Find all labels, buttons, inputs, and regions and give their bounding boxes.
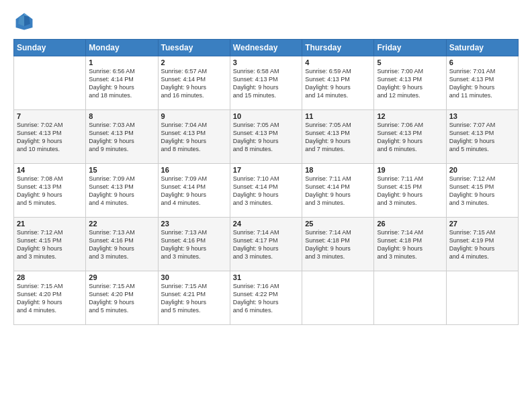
day-info: Sunrise: 7:15 AM Sunset: 4:20 PM Dayligh…: [17, 282, 83, 315]
calendar-cell: 17Sunrise: 7:10 AM Sunset: 4:14 PM Dayli…: [230, 164, 302, 218]
day-number: 4: [305, 58, 371, 66]
calendar-week-row: 7Sunrise: 7:02 AM Sunset: 4:13 PM Daylig…: [14, 110, 519, 164]
calendar-cell: 28Sunrise: 7:15 AM Sunset: 4:20 PM Dayli…: [14, 271, 86, 325]
calendar-cell: 3Sunrise: 6:58 AM Sunset: 4:13 PM Daylig…: [230, 56, 302, 110]
calendar-cell: 4Sunrise: 6:59 AM Sunset: 4:13 PM Daylig…: [302, 56, 374, 110]
calendar-cell: 29Sunrise: 7:15 AM Sunset: 4:20 PM Dayli…: [86, 271, 158, 325]
calendar-day-header: Thursday: [302, 40, 374, 56]
calendar-cell: 19Sunrise: 7:11 AM Sunset: 4:15 PM Dayli…: [374, 164, 446, 218]
day-number: 1: [89, 58, 154, 66]
day-number: 22: [89, 220, 154, 228]
day-info: Sunrise: 7:00 AM Sunset: 4:13 PM Dayligh…: [377, 67, 443, 100]
day-number: 2: [161, 58, 227, 66]
day-number: 31: [233, 273, 299, 281]
calendar-cell: 31Sunrise: 7:16 AM Sunset: 4:22 PM Dayli…: [230, 271, 302, 325]
calendar-cell: 15Sunrise: 7:09 AM Sunset: 4:13 PM Dayli…: [86, 164, 158, 218]
day-number: 16: [161, 166, 227, 174]
calendar-cell: 24Sunrise: 7:14 AM Sunset: 4:17 PM Dayli…: [230, 218, 302, 271]
calendar-cell: 14Sunrise: 7:08 AM Sunset: 4:13 PM Dayli…: [14, 164, 86, 218]
calendar-cell: 30Sunrise: 7:15 AM Sunset: 4:21 PM Dayli…: [158, 271, 230, 325]
day-info: Sunrise: 7:15 AM Sunset: 4:21 PM Dayligh…: [161, 282, 227, 315]
day-number: 11: [305, 112, 371, 120]
calendar-week-row: 1Sunrise: 6:56 AM Sunset: 4:14 PM Daylig…: [14, 56, 519, 110]
calendar-cell: 18Sunrise: 7:11 AM Sunset: 4:14 PM Dayli…: [302, 164, 374, 218]
day-info: Sunrise: 7:12 AM Sunset: 4:15 PM Dayligh…: [17, 228, 83, 261]
calendar-cell: 9Sunrise: 7:04 AM Sunset: 4:13 PM Daylig…: [158, 110, 230, 164]
calendar-cell: 25Sunrise: 7:14 AM Sunset: 4:18 PM Dayli…: [302, 218, 374, 271]
calendar-cell: 7Sunrise: 7:02 AM Sunset: 4:13 PM Daylig…: [14, 110, 86, 164]
calendar-cell: 10Sunrise: 7:05 AM Sunset: 4:13 PM Dayli…: [230, 110, 302, 164]
day-number: 24: [233, 220, 299, 228]
day-number: 20: [449, 166, 515, 174]
day-number: 12: [377, 112, 443, 120]
logo-icon: [13, 11, 35, 32]
calendar-cell: 6Sunrise: 7:01 AM Sunset: 4:13 PM Daylig…: [446, 56, 518, 110]
day-number: 15: [89, 166, 154, 174]
calendar-cell: 2Sunrise: 6:57 AM Sunset: 4:14 PM Daylig…: [158, 56, 230, 110]
calendar-cell: 12Sunrise: 7:06 AM Sunset: 4:13 PM Dayli…: [374, 110, 446, 164]
day-number: 29: [89, 273, 154, 281]
day-number: 3: [233, 58, 299, 66]
day-info: Sunrise: 7:15 AM Sunset: 4:19 PM Dayligh…: [449, 228, 515, 261]
day-number: 5: [377, 58, 443, 66]
day-info: Sunrise: 7:14 AM Sunset: 4:18 PM Dayligh…: [377, 228, 443, 261]
day-info: Sunrise: 7:07 AM Sunset: 4:13 PM Dayligh…: [449, 121, 515, 154]
day-number: 6: [449, 58, 515, 66]
logo: [13, 11, 38, 32]
day-info: Sunrise: 7:10 AM Sunset: 4:14 PM Dayligh…: [233, 175, 299, 208]
day-info: Sunrise: 7:15 AM Sunset: 4:20 PM Dayligh…: [89, 282, 154, 315]
day-info: Sunrise: 7:01 AM Sunset: 4:13 PM Dayligh…: [449, 67, 515, 100]
day-info: Sunrise: 7:11 AM Sunset: 4:15 PM Dayligh…: [377, 175, 443, 208]
calendar-table: SundayMondayTuesdayWednesdayThursdayFrid…: [13, 39, 519, 325]
calendar-cell: 26Sunrise: 7:14 AM Sunset: 4:18 PM Dayli…: [374, 218, 446, 271]
calendar-cell: 8Sunrise: 7:03 AM Sunset: 4:13 PM Daylig…: [86, 110, 158, 164]
day-number: 28: [17, 273, 83, 281]
day-number: 14: [17, 166, 83, 174]
day-number: 10: [233, 112, 299, 120]
day-info: Sunrise: 7:05 AM Sunset: 4:13 PM Dayligh…: [233, 121, 299, 154]
calendar-week-row: 28Sunrise: 7:15 AM Sunset: 4:20 PM Dayli…: [14, 271, 519, 325]
day-number: 27: [449, 220, 515, 228]
day-info: Sunrise: 7:11 AM Sunset: 4:14 PM Dayligh…: [305, 175, 371, 208]
day-number: 21: [17, 220, 83, 228]
calendar-day-header: Saturday: [446, 40, 518, 56]
day-info: Sunrise: 7:16 AM Sunset: 4:22 PM Dayligh…: [233, 282, 299, 315]
day-number: 8: [89, 112, 154, 120]
calendar-cell: 1Sunrise: 6:56 AM Sunset: 4:14 PM Daylig…: [86, 56, 158, 110]
day-info: Sunrise: 7:05 AM Sunset: 4:13 PM Dayligh…: [305, 121, 371, 154]
day-info: Sunrise: 7:12 AM Sunset: 4:15 PM Dayligh…: [449, 175, 515, 208]
calendar-cell: [446, 271, 518, 325]
day-info: Sunrise: 7:14 AM Sunset: 4:17 PM Dayligh…: [233, 228, 299, 261]
header: [13, 11, 519, 32]
day-number: 23: [161, 220, 227, 228]
calendar-cell: 22Sunrise: 7:13 AM Sunset: 4:16 PM Dayli…: [86, 218, 158, 271]
calendar-cell: 20Sunrise: 7:12 AM Sunset: 4:15 PM Dayli…: [446, 164, 518, 218]
day-info: Sunrise: 7:13 AM Sunset: 4:16 PM Dayligh…: [161, 228, 227, 261]
calendar-cell: 27Sunrise: 7:15 AM Sunset: 4:19 PM Dayli…: [446, 218, 518, 271]
day-number: 30: [161, 273, 227, 281]
day-info: Sunrise: 6:59 AM Sunset: 4:13 PM Dayligh…: [305, 67, 371, 100]
calendar-cell: 5Sunrise: 7:00 AM Sunset: 4:13 PM Daylig…: [374, 56, 446, 110]
day-number: 17: [233, 166, 299, 174]
calendar-cell: 13Sunrise: 7:07 AM Sunset: 4:13 PM Dayli…: [446, 110, 518, 164]
day-number: 18: [305, 166, 371, 174]
calendar-cell: 21Sunrise: 7:12 AM Sunset: 4:15 PM Dayli…: [14, 218, 86, 271]
day-info: Sunrise: 7:14 AM Sunset: 4:18 PM Dayligh…: [305, 228, 371, 261]
day-info: Sunrise: 7:09 AM Sunset: 4:13 PM Dayligh…: [89, 175, 154, 208]
day-info: Sunrise: 7:03 AM Sunset: 4:13 PM Dayligh…: [89, 121, 154, 154]
calendar-cell: 23Sunrise: 7:13 AM Sunset: 4:16 PM Dayli…: [158, 218, 230, 271]
day-info: Sunrise: 6:58 AM Sunset: 4:13 PM Dayligh…: [233, 67, 299, 100]
calendar-day-header: Friday: [374, 40, 446, 56]
calendar-cell: [14, 56, 86, 110]
day-number: 7: [17, 112, 83, 120]
calendar-day-header: Sunday: [14, 40, 86, 56]
calendar-header-row: SundayMondayTuesdayWednesdayThursdayFrid…: [14, 40, 519, 56]
calendar-cell: 16Sunrise: 7:09 AM Sunset: 4:14 PM Dayli…: [158, 164, 230, 218]
calendar-cell: 11Sunrise: 7:05 AM Sunset: 4:13 PM Dayli…: [302, 110, 374, 164]
day-info: Sunrise: 7:08 AM Sunset: 4:13 PM Dayligh…: [17, 175, 83, 208]
page: SundayMondayTuesdayWednesdayThursdayFrid…: [0, 0, 532, 411]
day-info: Sunrise: 7:02 AM Sunset: 4:13 PM Dayligh…: [17, 121, 83, 154]
day-info: Sunrise: 7:09 AM Sunset: 4:14 PM Dayligh…: [161, 175, 227, 208]
calendar-day-header: Monday: [86, 40, 158, 56]
day-number: 19: [377, 166, 443, 174]
